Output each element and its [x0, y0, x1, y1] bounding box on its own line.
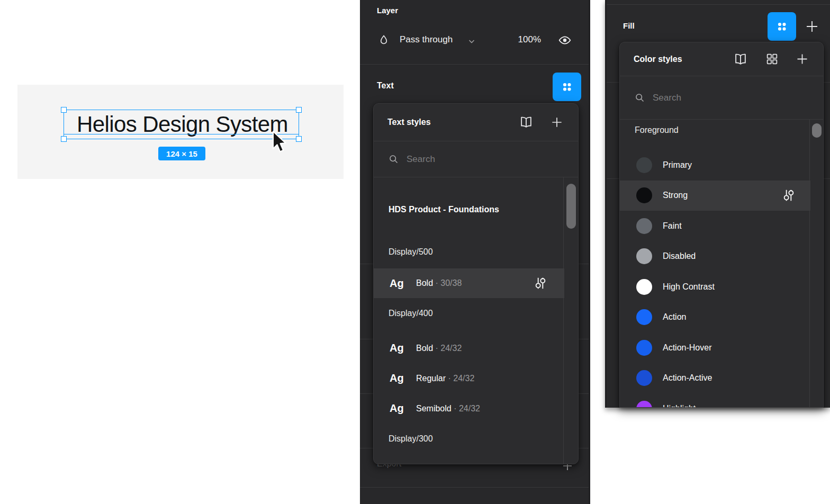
search-icon [387, 154, 399, 165]
style-group-label: Display/400 [389, 309, 433, 318]
style-weight: Semibold [416, 404, 452, 413]
color-style-name: Strong [663, 191, 688, 200]
fill-panel: Fill Color styles [605, 0, 830, 408]
text-styles-list: HDS Product - Foundations Display/500 Ag… [374, 177, 578, 464]
divider [607, 4, 830, 5]
edit-style-sliders-icon[interactable] [782, 188, 796, 202]
separator: · [435, 344, 438, 353]
style-size: 24/32 [440, 344, 462, 353]
scrollbar-track[interactable] [809, 120, 823, 408]
text-style-row-selected[interactable]: Ag Bold · 30/38 [374, 268, 564, 298]
fill-section-title: Fill [623, 21, 635, 30]
selection-bounding-box[interactable] [64, 110, 299, 139]
color-group-label: Foreground [635, 125, 679, 135]
library-book-icon[interactable] [733, 52, 748, 67]
color-swatch [636, 401, 652, 408]
color-swatch [636, 218, 652, 234]
style-sample: Ag [390, 277, 415, 290]
text-styles-header: Text styles [374, 104, 578, 141]
color-style-row[interactable]: Action-Hover [620, 332, 810, 363]
four-dots-style-icon [774, 19, 789, 34]
style-size: 24/32 [453, 374, 474, 383]
fill-style-active-button[interactable] [768, 12, 796, 41]
color-style-row[interactable]: High Contrast [620, 272, 810, 302]
color-style-row[interactable]: Disabled [620, 241, 810, 272]
selection-handle-top-right[interactable] [296, 107, 302, 113]
blend-mode-droplet-icon [377, 34, 390, 47]
color-style-row[interactable]: Primary [620, 150, 810, 181]
grid-view-icon[interactable] [765, 52, 779, 66]
color-styles-search-row [620, 76, 823, 119]
color-style-name: Primary [663, 160, 692, 170]
separator: · [454, 404, 456, 413]
style-weight: Bold [416, 278, 433, 288]
divider [360, 64, 589, 65]
add-fill-icon[interactable] [804, 18, 820, 35]
add-style-icon[interactable] [795, 52, 809, 67]
color-swatch [636, 309, 652, 325]
style-group-label: Display/500 [389, 247, 433, 257]
style-size: 30/38 [440, 278, 462, 287]
text-style-row[interactable]: Ag Semibold · 24/32 [374, 393, 564, 424]
color-style-row[interactable]: Action [620, 302, 810, 333]
divider [360, 487, 589, 488]
color-swatch [636, 370, 652, 386]
separator: · [448, 374, 450, 383]
canvas-background[interactable]: Helios Design System 124 × 15 [17, 85, 344, 179]
color-style-name: Disabled [663, 251, 696, 261]
selection-handle-top-left[interactable] [61, 107, 67, 113]
color-swatch [636, 248, 652, 264]
properties-panel: Layer Pass through 100% Text [360, 0, 590, 504]
color-styles-dropdown: Color styles [619, 42, 824, 408]
selection-handle-bottom-right[interactable] [296, 136, 302, 142]
opacity-field[interactable]: 100% [503, 34, 541, 45]
color-style-row[interactable]: Action-Active [620, 363, 810, 394]
color-style-name: High Contrast [663, 282, 715, 292]
style-size: 24/32 [459, 404, 480, 413]
library-book-icon[interactable] [519, 115, 534, 130]
text-styles-dropdown: Text styles [373, 103, 579, 464]
color-style-row[interactable]: Highlight [620, 393, 810, 408]
color-style-name: Action-Active [663, 373, 712, 383]
color-style-name: Highlight [663, 404, 696, 408]
text-styles-title: Text styles [387, 118, 431, 127]
chevron-down-icon[interactable] [467, 37, 476, 46]
color-styles-title: Color styles [634, 55, 682, 64]
selection-handle-bottom-left[interactable] [61, 136, 67, 142]
scrollbar-thumb[interactable] [812, 123, 822, 138]
color-styles-header: Color styles [620, 42, 823, 76]
blend-mode-select[interactable]: Pass through [400, 34, 453, 45]
blend-row: Pass through 100% [360, 28, 589, 53]
text-baseline-guide [64, 134, 299, 135]
text-style-row[interactable]: Ag Bold · 24/32 [374, 333, 564, 363]
text-style-active-button[interactable] [553, 73, 581, 101]
style-sample: Ag [390, 372, 415, 384]
visibility-eye-icon[interactable] [556, 33, 573, 48]
style-weight: Regular [416, 374, 446, 383]
style-group-label: Display/300 [389, 434, 433, 444]
scrollbar-thumb[interactable] [566, 184, 576, 229]
text-style-row[interactable]: Ag Regular · 24/32 [374, 363, 564, 393]
figma-screenshot: { "colors": { "accent": "#0d99ff" }, "ca… [0, 0, 830, 504]
library-name: HDS Product - Foundations [389, 205, 499, 214]
color-style-row[interactable]: Faint [620, 211, 810, 241]
text-styles-search-input[interactable] [407, 154, 523, 165]
color-swatch [636, 340, 652, 356]
color-swatch [636, 157, 652, 173]
text-section-title: Text [377, 81, 394, 91]
color-style-name: Action-Hover [663, 343, 711, 353]
style-sample: Ag [390, 402, 415, 415]
search-icon [634, 92, 645, 104]
scrollbar-track[interactable] [563, 177, 578, 464]
color-styles-search-input[interactable] [653, 93, 769, 103]
color-style-row-selected[interactable]: Strong [620, 181, 810, 211]
separator: · [435, 278, 438, 287]
add-style-icon[interactable] [549, 115, 564, 130]
color-swatch [636, 279, 652, 295]
style-weight: Bold [416, 344, 433, 353]
color-styles-list: Foreground Primary Strong Faint [620, 120, 823, 408]
layer-section-title: Layer [377, 6, 398, 15]
mouse-cursor-icon [270, 130, 288, 155]
text-styles-search-row [374, 141, 578, 177]
edit-style-sliders-icon[interactable] [534, 276, 547, 290]
